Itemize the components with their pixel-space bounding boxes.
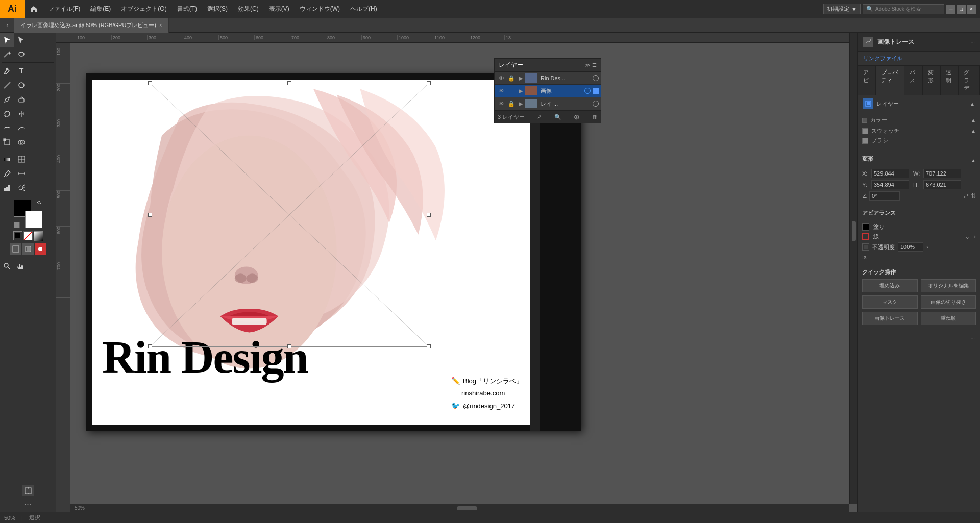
layers-menu-icon[interactable]: ☰ (592, 62, 597, 68)
transform-h-input[interactable]: 673.021 (923, 180, 961, 189)
magic-wand-tool[interactable] (0, 47, 14, 61)
opacity-input[interactable]: 100% (898, 242, 923, 252)
change-screen-mode[interactable] (10, 243, 21, 255)
minimize-button[interactable]: ─ (946, 5, 955, 14)
menu-window[interactable]: ウィンドウ(W) (295, 0, 345, 18)
measure-tool[interactable] (14, 166, 29, 181)
document-tab[interactable]: イラレ画像埋め込み.ai @ 50% (RGB/GPUプレビュー) × (14, 18, 169, 33)
artboard[interactable]: Rin Design ✏️ Blog「リンシラベ」 rinshirabe.com (86, 73, 581, 431)
edit-original-button[interactable]: オリジナルを編集 (921, 279, 976, 292)
panel-options-icon[interactable]: ··· (971, 39, 975, 45)
reset-colors[interactable] (14, 222, 20, 228)
direct-selection-tool[interactable] (14, 33, 29, 47)
color-selector[interactable] (14, 200, 42, 228)
layer-circle-0[interactable] (593, 75, 599, 81)
maximize-button[interactable]: □ (957, 5, 966, 14)
free-transform-tool[interactable] (0, 135, 14, 150)
menu-file[interactable]: ファイル(F) (43, 0, 85, 18)
layer-expand-1[interactable]: ▶ (517, 88, 524, 94)
home-icon[interactable] (24, 0, 43, 18)
opacity-checkbox[interactable] (862, 243, 869, 251)
layer-lock-0[interactable]: 🔒 (507, 75, 516, 82)
v-scroll-thumb[interactable] (852, 221, 856, 241)
close-button[interactable]: × (967, 5, 976, 14)
stock-search[interactable]: 🔍 Adobe Stock を検索 (863, 4, 944, 14)
flip-h-icon[interactable]: ⇄ (964, 192, 969, 200)
layer-eye-1[interactable]: 👁 (497, 88, 506, 94)
pencil-tool[interactable] (0, 92, 14, 107)
transform-x-input[interactable]: 529.844 (871, 169, 909, 178)
layer-circle-2[interactable] (593, 101, 599, 107)
color-mode-solid[interactable] (13, 231, 22, 240)
menu-help[interactable]: ヘルプ(H) (345, 0, 382, 18)
tab-close-button[interactable]: × (159, 22, 162, 28)
fill-swatch[interactable] (862, 223, 869, 231)
layer-delete-icon[interactable]: 🗑 (592, 114, 598, 120)
more-tools[interactable]: ··· (22, 499, 34, 510)
mesh-tool[interactable] (14, 152, 29, 166)
arrange-button[interactable]: 重ね順 (921, 312, 976, 325)
layer-eye-0[interactable]: 👁 (497, 75, 506, 81)
embed-button[interactable]: 埋め込み (862, 279, 918, 292)
hand-tool[interactable] (14, 259, 29, 273)
artboard-viewport[interactable]: Rin Design ✏️ Blog「リンシラベ」 rinshirabe.com (76, 48, 849, 504)
mask-button[interactable]: マスク (862, 295, 918, 309)
selection-tool[interactable] (0, 33, 14, 47)
layer-row-0[interactable]: 👁 🔒 ▶ Rin Des... (495, 72, 601, 85)
zoom-level[interactable]: 50% (4, 515, 15, 521)
width-tool[interactable] (0, 121, 14, 135)
tab-properties[interactable]: プロパティ (876, 66, 904, 95)
image-trace-button[interactable]: 画像トレース (862, 312, 918, 325)
layer-expand-2[interactable]: ▶ (517, 101, 524, 107)
transform-toggle[interactable]: ▲ (971, 158, 976, 163)
menu-type[interactable]: 書式(T) (172, 0, 202, 18)
workspace-selector[interactable]: 初期設定 ▼ (823, 4, 861, 14)
stroke-swatch[interactable] (862, 233, 869, 240)
menu-select[interactable]: 選択(S) (202, 0, 233, 18)
tab-transparency[interactable]: 透明 (941, 66, 959, 95)
stroke-add-icon[interactable]: › (974, 233, 976, 240)
link-file-link[interactable]: リンクファイル (863, 55, 902, 61)
tab-gradient[interactable]: グラデ (959, 66, 980, 95)
symbol-sprayer-tool[interactable] (14, 181, 29, 195)
eraser-tool[interactable] (14, 92, 29, 107)
graph-tool[interactable] (0, 181, 14, 195)
tab-transform[interactable]: 変形 (923, 66, 941, 95)
ellipse-tool[interactable] (14, 78, 29, 92)
tab-appearance[interactable]: アピ (858, 66, 876, 95)
swatch-toggle-icon[interactable]: ▲ (971, 128, 976, 134)
h-scrollbar[interactable]: 50% (70, 504, 849, 512)
layer-toggle-icon[interactable]: ▲ (970, 101, 975, 107)
h-scroll-thumb[interactable] (457, 506, 477, 510)
v-scrollbar[interactable] (849, 33, 857, 504)
gradient-tool[interactable] (0, 152, 14, 166)
flip-v-icon[interactable]: ⇅ (971, 192, 976, 200)
layer-expand-0[interactable]: ▶ (517, 75, 524, 82)
layer-eye-2[interactable]: 👁 (497, 101, 506, 107)
layer-export-icon[interactable]: ↗ (537, 114, 542, 120)
crop-image-button[interactable]: 画像の切り抜き (921, 295, 976, 309)
tab-scroll-left[interactable]: ‹ (0, 18, 14, 33)
layers-expand-icon[interactable]: ≫ (585, 62, 590, 68)
menu-effect[interactable]: 効果(C) (233, 0, 264, 18)
layer-row-1[interactable]: 👁 🔒 ▶ 画像 (495, 85, 601, 97)
type-tool[interactable]: T (14, 64, 29, 78)
menu-edit[interactable]: 編集(E) (85, 0, 116, 18)
swap-colors[interactable] (36, 200, 42, 206)
pen-tool[interactable] (0, 64, 14, 78)
shape-builder-tool[interactable] (14, 135, 29, 150)
opacity-more-icon[interactable]: › (926, 244, 928, 250)
canvas-area[interactable]: 100 200 300 400 500 600 700 800 900 1000… (56, 33, 857, 512)
menu-object[interactable]: オブジェクト(O) (116, 0, 172, 18)
lasso-tool[interactable] (14, 47, 29, 61)
color-toggle-icon[interactable]: ▲ (971, 117, 976, 123)
stroke-color[interactable] (25, 211, 42, 228)
stroke-options-icon[interactable]: ⌄ (965, 233, 970, 240)
reflect-tool[interactable] (14, 107, 29, 121)
layer-row-2[interactable]: 👁 🔒 ▶ レイ ... (495, 97, 601, 110)
eyedropper-tool[interactable] (0, 166, 14, 181)
rotate-tool[interactable] (0, 107, 14, 121)
tab-path[interactable]: パス (904, 66, 922, 95)
layer-add-icon[interactable]: ⊕ (574, 113, 580, 121)
warp-tool[interactable] (14, 121, 29, 135)
